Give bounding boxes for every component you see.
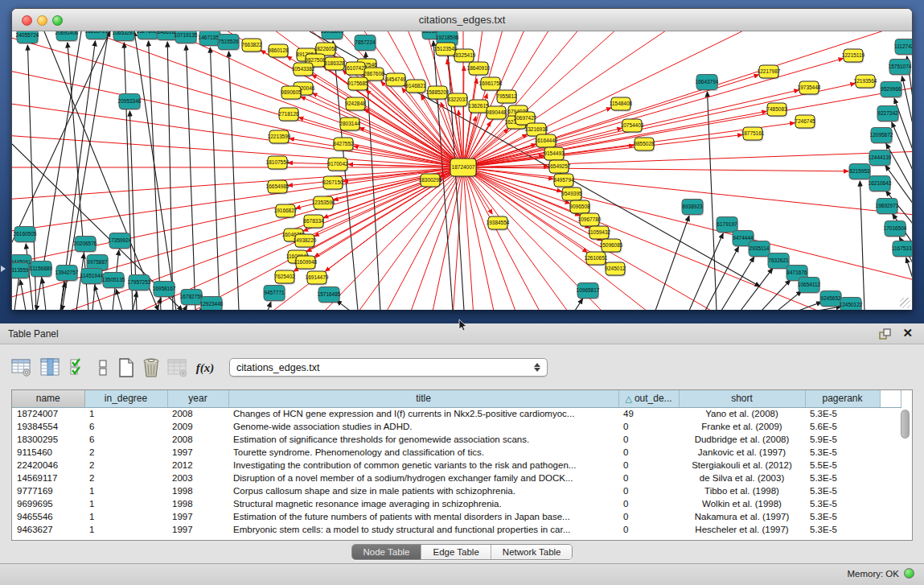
graph-node-yellow[interactable]: 8495794 [553, 174, 574, 188]
graph-node-yellow[interactable]: 9175685 [347, 77, 368, 92]
network-canvas[interactable]: 2405572420691406168357211065328715276022… [12, 31, 912, 310]
graph-node-yellow[interactable]: 18640910 [467, 62, 491, 76]
graph-node-yellow[interactable]: 15885209 [426, 86, 450, 101]
graph-node-yellow[interactable]: 7246745 [795, 115, 815, 130]
graph-node-yellow[interactable]: 9860128 [268, 44, 289, 59]
table-settings-button[interactable] [10, 356, 34, 380]
graph-node-teal[interactable]: 11675333 [892, 241, 912, 258]
graph-node-yellow[interactable]: 2803144 [339, 117, 360, 132]
graph-node-teal[interactable]: 12923446 [200, 297, 224, 311]
graph-node-teal[interactable]: 12450122 [840, 298, 863, 311]
panel-collapse-arrow-icon[interactable] [1, 266, 6, 272]
graph-node-yellow[interactable]: 9549395 [561, 187, 582, 202]
close-panel-icon[interactable]: ✕ [902, 326, 913, 340]
graph-node-yellow[interactable]: 12353594 [312, 196, 335, 211]
graph-node-yellow[interactable]: 7955812 [496, 90, 517, 105]
table-row[interactable]: 969969511998Structural magnetic resonanc… [12, 497, 901, 510]
graph-node-yellow[interactable]: 9154493 [544, 147, 565, 162]
graph-node-yellow[interactable]: 9245012 [605, 262, 626, 277]
graph-node-yellow[interactable]: 10754403 [621, 119, 644, 134]
column-header-in_degree[interactable]: in_degree [84, 390, 167, 407]
column-header-year[interactable]: year [167, 390, 228, 407]
graph-node-teal[interactable]: 16643794 [696, 75, 719, 92]
graph-node-teal[interactable]: 17016504 [884, 221, 907, 238]
graph-node-teal[interactable]: 9227342 [877, 106, 899, 123]
graph-node-yellow[interactable]: 7663822 [241, 39, 262, 53]
graph-node-yellow[interactable]: 10543382 [292, 63, 315, 77]
graph-node-yellow[interactable]: 19735448 [798, 81, 821, 96]
graph-node-teal[interactable]: 10653287 [113, 31, 136, 42]
graph-node-yellow[interactable]: 8267150 [322, 176, 343, 191]
table-row[interactable]: 1872400712008Changes of HCN gene express… [12, 407, 901, 420]
graph-node-yellow[interactable]: 16961758 [479, 77, 503, 92]
graph-node-teal[interactable]: 13505135 [102, 273, 125, 290]
graph-node-teal[interactable]: 11156889 [30, 262, 52, 278]
graph-node-teal[interactable]: 9529966 [881, 82, 902, 99]
graph-node-yellow[interactable]: 9890605 [281, 86, 302, 101]
graph-node-teal[interactable]: 16835721 [85, 31, 109, 40]
graph-node-yellow[interactable]: 9242848 [345, 97, 366, 112]
table-row[interactable]: 1830029562008Estimation of significance … [12, 433, 901, 446]
graph-node-teal[interactable]: 11451944 [80, 269, 104, 286]
graph-node-teal[interactable]: 9457771 [264, 286, 285, 303]
graph-node-yellow[interactable]: 14938220 [294, 234, 317, 249]
graph-node-teal[interactable]: 26160505 [14, 227, 37, 244]
graph-node-teal[interactable]: 12095872 [870, 128, 893, 145]
graph-node-teal[interactable]: 9313559 [12, 263, 30, 280]
graph-node-teal[interactable]: 7515526 [218, 35, 240, 51]
graph-node-teal[interactable]: 16958167 [153, 282, 176, 299]
graph-node-teal[interactable]: 15751074 [889, 60, 912, 76]
graph-node-yellow[interactable]: 8186328 [324, 57, 345, 72]
table-row[interactable]: 2242004622012Investigating the contribut… [12, 459, 901, 472]
graph-node-yellow[interactable]: 16549257 [548, 160, 571, 175]
graph-node-teal[interactable]: 11127427 [894, 39, 912, 56]
window-titlebar[interactable]: citations_edges.txt [12, 9, 912, 31]
table-source-dropdown[interactable]: citations_edges.txt [229, 358, 548, 377]
graph-node-teal[interactable]: 20953346 [118, 94, 142, 111]
table-vertical-scrollbar[interactable] [901, 410, 910, 538]
graph-node-yellow[interactable]: 16164440 [535, 134, 558, 149]
column-header-out_degree[interactable]: △out_de... [618, 390, 679, 407]
graph-node-teal[interactable]: 20691406 [55, 31, 79, 42]
graph-node-teal[interactable]: 16033809 [321, 31, 344, 40]
graph-node-teal[interactable]: 19892971 [876, 199, 899, 216]
graph-node-yellow[interactable]: 18107554 [266, 156, 290, 171]
graph-node-teal[interactable]: 8215953 [849, 164, 871, 181]
table-row[interactable]: 946362711997Embryonic stem cells: a mode… [12, 523, 901, 536]
graph-node-teal[interactable]: 17957253 [128, 275, 151, 292]
graph-node-yellow[interactable]: 11059432 [588, 226, 611, 241]
graph-node-yellow[interactable]: 8454749 [385, 73, 406, 88]
graph-node-yellow[interactable]: 11609948 [294, 256, 318, 270]
graph-node-teal[interactable]: 7857224 [355, 35, 376, 52]
graph-node-yellow[interactable]: 19166827 [274, 204, 298, 219]
new-file-button[interactable] [114, 356, 138, 380]
graph-node-yellow[interactable]: 16654985 [266, 180, 290, 195]
function-builder-button[interactable]: f(x) [193, 356, 217, 380]
graph-node-yellow[interactable]: 15123549 [434, 43, 458, 57]
tab-node-table[interactable]: Node Table [352, 545, 422, 559]
graph-node-teal[interactable]: 24055724 [16, 31, 39, 44]
table-row[interactable]: 946554611997Estimation of the future num… [12, 510, 901, 523]
graph-node-yellow[interactable]: 9855028 [634, 138, 655, 152]
table-row[interactable]: 977716911998Corpus callosum shape and si… [12, 484, 901, 497]
graph-node-teal[interactable]: 13942757 [55, 266, 79, 282]
graph-node-yellow[interactable]: 15096085 [600, 239, 623, 253]
graph-node-yellow[interactable]: 12610651 [585, 252, 608, 266]
graph-node-yellow[interactable]: 18300295 [419, 174, 442, 188]
column-header-pagerank[interactable]: pagerank [805, 390, 880, 407]
graph-node-yellow[interactable]: 7625402 [274, 270, 295, 285]
select-columns-button[interactable] [39, 356, 63, 380]
graph-node-teal[interactable]: 10965817 [577, 283, 600, 300]
row-height-button[interactable] [91, 356, 115, 380]
graph-node-yellow[interactable]: 8427552 [333, 138, 354, 152]
graph-node-center[interactable]: 18724007 [450, 159, 477, 178]
scrollbar-thumb[interactable] [901, 410, 910, 439]
graph-node-yellow[interactable]: 9146821 [405, 80, 426, 94]
graph-node-yellow[interactable]: 9890448 [486, 106, 507, 121]
table-row[interactable]: 1456911722003Disruption of a novel membe… [12, 472, 901, 484]
graph-node-teal[interactable]: 10719135 [175, 31, 198, 44]
graph-node-teal[interactable]: 8938923 [682, 200, 704, 216]
network-graph[interactable]: 2405572420691406168357211065328715276022… [12, 31, 912, 310]
graph-node-teal[interactable]: 16210643 [869, 176, 892, 193]
graph-node-teal[interactable]: 10654112 [798, 278, 821, 295]
